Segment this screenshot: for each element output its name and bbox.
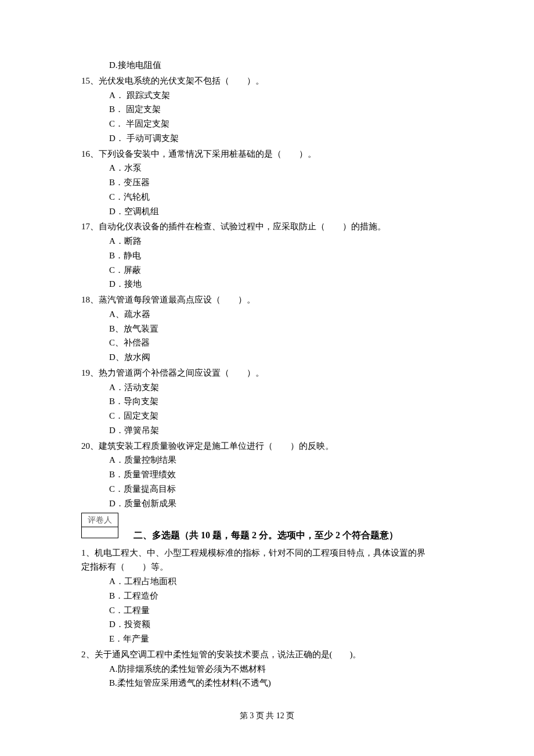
option: A.防排烟系统的柔性短管必须为不燃材料 (81, 662, 459, 676)
option: A． 跟踪式支架 (81, 88, 459, 103)
option: A．活动支架 (81, 380, 459, 395)
question-number: 2、 (81, 650, 95, 659)
question-number: 15、 (81, 76, 99, 85)
grader-box: 评卷人 (81, 513, 118, 538)
question-stem-text: 建筑安装工程质量验收评定是施工单位进行（ ）的反映。 (99, 441, 334, 451)
question-number: 20、 (81, 441, 99, 451)
option: D． 手动可调支架 (81, 131, 459, 146)
question-stem-text: 光伏发电系统的光伏支架不包括（ ）。 (99, 76, 264, 85)
question-stem-text: 蒸汽管道每段管道最高点应设（ ）。 (99, 295, 255, 304)
question-stem-text: 热力管道两个补偿器之间应设置（ ）。 (99, 368, 264, 377)
option: E．年产量 (81, 632, 459, 646)
option: A．质量控制结果 (81, 453, 459, 467)
option: A．断路 (81, 234, 459, 249)
question-number: 19、 (81, 368, 99, 377)
grader-empty (82, 527, 118, 538)
option: D．投资额 (81, 617, 459, 632)
option: B、放气装置 (81, 322, 459, 336)
question-stem: 16、下列设备安装中，通常情况下采用桩基础的是（ ）。 (81, 147, 459, 161)
question-stem-text: 机电工程大、中、小型工程规模标准的指标，针对不同的工程项目特点，具体设置的界 (95, 548, 425, 557)
question-stem: 20、建筑安装工程质量验收评定是施工单位进行（ ）的反映。 (81, 439, 459, 453)
option: A、疏水器 (81, 307, 459, 322)
option: A．工程占地面积 (81, 574, 459, 589)
question-block: 15、光伏发电系统的光伏支架不包括（ ）。A． 跟踪式支架B． 固定支架C． 半… (81, 74, 459, 146)
option: C、补偿器 (81, 336, 459, 350)
option: B． 固定支架 (81, 102, 459, 117)
question-stem: 19、热力管道两个补偿器之间应设置（ ）。 (81, 366, 459, 380)
option: D．接地 (81, 277, 459, 291)
option: C．汽轮机 (81, 190, 459, 204)
question-stem-continuation: 定指标有（ ）等。 (81, 560, 459, 574)
option: B．导向支架 (81, 394, 459, 409)
question-number: 1、 (81, 548, 95, 557)
option: D．质量创新成果 (81, 496, 459, 511)
question-number: 16、 (81, 149, 99, 159)
option: B．质量管理绩效 (81, 467, 459, 482)
page-footer: 第 3 页 共 12 页 (0, 709, 534, 722)
option: C． 半固定支架 (81, 117, 459, 131)
option: D．空调机组 (81, 204, 459, 219)
question-block: 2、关于通风空调工程中柔性短管的安装技术要点，说法正确的是( )。A.防排烟系统… (81, 647, 459, 690)
question-stem-text: 下列设备安装中，通常情况下采用桩基础的是（ ）。 (99, 149, 316, 159)
option: D、放水阀 (81, 350, 459, 365)
question-number: 17、 (81, 222, 99, 231)
question-stem: 17、自动化仪表设备的插件在检查、试验过程中，应采取防止（ ）的措施。 (81, 219, 459, 234)
section-2-heading: 二、多选题（共 10 题，每题 2 分。选项中，至少 2 个符合题意） (134, 528, 459, 543)
question-stem-text: 关于通风空调工程中柔性短管的安装技术要点，说法正确的是( )。 (95, 650, 362, 659)
question-stem: 2、关于通风空调工程中柔性短管的安装技术要点，说法正确的是( )。 (81, 647, 459, 662)
option: C．工程量 (81, 603, 459, 618)
option: D.接地电阻值 (81, 58, 459, 73)
question-block: D.接地电阻值 (81, 58, 459, 73)
question-stem-text: 自动化仪表设备的插件在检查、试验过程中，应采取防止（ ）的措施。 (99, 222, 386, 231)
question-number: 18、 (81, 295, 99, 304)
option: B．变压器 (81, 175, 459, 190)
question-stem: 15、光伏发电系统的光伏支架不包括（ ）。 (81, 74, 459, 88)
question-block: 1、机电工程大、中、小型工程规模标准的指标，针对不同的工程项目特点，具体设置的界… (81, 546, 459, 646)
grader-label: 评卷人 (82, 513, 118, 527)
option: B．工程造价 (81, 589, 459, 603)
option: C．固定支架 (81, 409, 459, 423)
question-block: 20、建筑安装工程质量验收评定是施工单位进行（ ）的反映。A．质量控制结果B．质… (81, 439, 459, 511)
question-block: 16、下列设备安装中，通常情况下采用桩基础的是（ ）。A．水泵B．变压器C．汽轮… (81, 147, 459, 219)
option: C．屏蔽 (81, 263, 459, 278)
option: C．质量提高目标 (81, 482, 459, 496)
question-block: 19、热力管道两个补偿器之间应设置（ ）。A．活动支架B．导向支架C．固定支架D… (81, 366, 459, 438)
option: A．水泵 (81, 161, 459, 175)
option: B.柔性短管应采用透气的柔性材料(不透气) (81, 676, 459, 690)
question-block: 18、蒸汽管道每段管道最高点应设（ ）。A、疏水器B、放气装置C、补偿器D、放水… (81, 293, 459, 365)
question-stem: 1、机电工程大、中、小型工程规模标准的指标，针对不同的工程项目特点，具体设置的界 (81, 546, 459, 560)
option: D．弹簧吊架 (81, 423, 459, 438)
question-stem: 18、蒸汽管道每段管道最高点应设（ ）。 (81, 293, 459, 307)
option: B．静电 (81, 249, 459, 263)
question-block: 17、自动化仪表设备的插件在检查、试验过程中，应采取防止（ ）的措施。A．断路B… (81, 219, 459, 291)
